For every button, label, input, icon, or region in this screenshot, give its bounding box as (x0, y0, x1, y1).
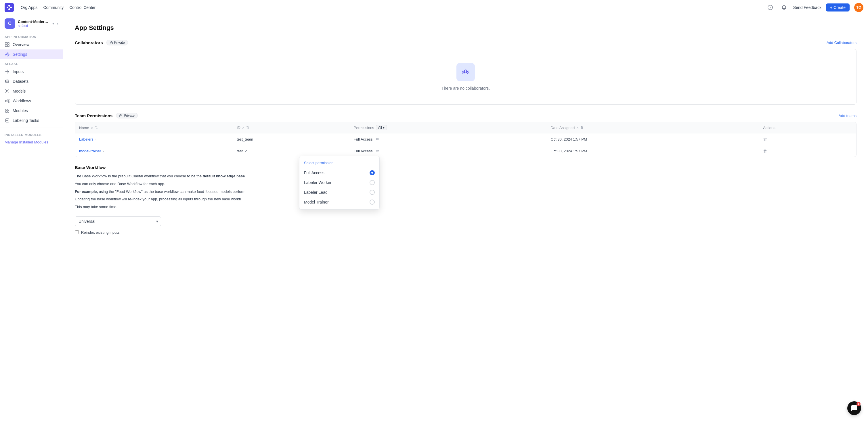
svg-point-13 (6, 90, 8, 92)
team-permissions-header: Team Permissions Private Add teams (75, 113, 857, 119)
date-filter-icon[interactable]: ⇅ (580, 126, 584, 130)
app-header[interactable]: C Content-Moderation sdfasd ▾ ‹ (0, 15, 63, 32)
radio-full-access (370, 170, 375, 175)
base-workflow-header: Base Workflow (75, 165, 857, 170)
sidebar-item-modules[interactable]: Modules (0, 106, 63, 116)
sidebar-item-labeling-tasks-label: Labeling Tasks (13, 118, 39, 123)
edit-permissions-1-icon[interactable]: ✏ (376, 136, 380, 141)
svg-text:?: ? (769, 6, 771, 9)
svg-point-17 (8, 92, 9, 93)
svg-point-12 (5, 80, 9, 81)
svg-rect-0 (5, 3, 14, 12)
svg-point-3 (10, 7, 12, 8)
svg-rect-9 (5, 45, 7, 46)
team-row-2-permissions: Full Access (354, 149, 373, 153)
nav-community[interactable]: Community (43, 5, 64, 10)
add-teams-link[interactable]: Add teams (839, 113, 857, 118)
settings-icon (5, 52, 10, 57)
id-filter-icon[interactable]: ⇅ (246, 126, 249, 130)
page-title: App Settings (75, 24, 857, 32)
logo-icon (5, 3, 14, 12)
help-icon[interactable]: ? (766, 3, 775, 12)
app-name: Content-Moderation (18, 20, 50, 24)
permissions-filter-badge[interactable]: All ▾ (376, 125, 387, 130)
svg-rect-22 (7, 109, 9, 110)
base-workflow-desc1: The Base Workflow is the prebuilt Clarif… (75, 173, 857, 180)
chat-bubble-badge: 1 (857, 402, 861, 406)
svg-rect-18 (5, 100, 6, 101)
name-search-icon[interactable]: ⌕ (91, 126, 93, 130)
collaborators-title: Collaborators (75, 40, 103, 45)
delete-team-1-icon[interactable]: 🗑 (763, 137, 767, 142)
svg-point-16 (5, 92, 6, 93)
svg-rect-7 (5, 42, 7, 44)
permission-option-model-trainer-label: Model Trainer (304, 200, 329, 204)
permission-option-full-access[interactable]: Full Access (300, 168, 379, 177)
avatar[interactable]: TO (854, 3, 863, 12)
svg-point-14 (5, 89, 6, 90)
sidebar-item-workflows[interactable]: Workflows (0, 96, 63, 106)
nav-org-apps[interactable]: Org Apps (21, 5, 37, 10)
team-row-2-name[interactable]: model-trainer (79, 149, 101, 153)
svg-rect-8 (7, 42, 9, 44)
overview-icon (5, 42, 10, 47)
sidebar: C Content-Moderation sdfasd ▾ ‹ App Info… (0, 15, 63, 422)
models-icon (5, 89, 10, 94)
svg-rect-24 (7, 111, 9, 112)
workflow-select[interactable]: Universal (75, 217, 161, 226)
svg-rect-21 (5, 109, 7, 110)
reindex-checkbox[interactable] (75, 230, 79, 234)
sidebar-item-overview-label: Overview (13, 42, 29, 47)
sidebar-item-models-label: Models (13, 89, 26, 93)
send-feedback-button[interactable]: Send Feedback (793, 5, 822, 10)
collaborators-private-badge: Private (106, 40, 128, 45)
sidebar-item-models[interactable]: Models (0, 86, 63, 96)
radio-model-trainer (370, 199, 375, 205)
add-collaborators-link[interactable]: Add Collaborators (827, 40, 857, 45)
col-id: ID ⌕ ⇅ (233, 122, 350, 133)
sidebar-item-modules-label: Modules (13, 108, 28, 113)
chevron-down-icon: ▾ (52, 22, 54, 26)
sidebar-collapse-button[interactable]: ‹ (57, 21, 58, 26)
name-filter-icon[interactable]: ⇅ (95, 126, 98, 130)
navbar-links: Org Apps Community Control Center (21, 5, 95, 10)
id-search-icon[interactable]: ⌕ (242, 126, 245, 130)
permission-option-labeler-lead[interactable]: Labeler Lead (300, 188, 379, 197)
nav-control-center[interactable]: Control Center (69, 5, 95, 10)
base-workflow-title: Base Workflow (75, 165, 105, 170)
svg-rect-10 (7, 45, 9, 46)
date-search-icon[interactable]: ⌕ (577, 126, 579, 130)
col-date-assigned: Date Assigned ⌕ ⇅ (547, 122, 759, 133)
permission-option-model-trainer[interactable]: Model Trainer (300, 197, 379, 207)
sidebar-item-labeling-tasks[interactable]: Labeling Tasks (0, 116, 63, 125)
section-label-ai-lake: AI Lake (0, 59, 63, 67)
sidebar-item-settings[interactable]: Settings (0, 50, 63, 59)
chat-bubble[interactable]: 1 (847, 401, 861, 415)
notifications-icon[interactable] (779, 3, 788, 12)
app-subname: sdfasd (18, 24, 50, 28)
svg-rect-31 (120, 115, 122, 117)
base-workflow-desc3: For example, using the "Food Workflow" a… (75, 189, 857, 195)
svg-point-11 (7, 54, 8, 55)
team-row-1-name[interactable]: Labelers (79, 137, 93, 141)
collaborators-empty-state: There are no collaborators. (75, 49, 857, 105)
navbar: Org Apps Community Control Center ? Send… (0, 0, 868, 15)
permission-option-labeler-worker[interactable]: Labeler Worker (300, 177, 379, 188)
edit-permissions-2-icon[interactable]: ✏ (376, 148, 380, 153)
base-workflow-desc4: Updating the base workflow will re-index… (75, 196, 857, 202)
create-button[interactable]: + Create (826, 3, 849, 11)
section-label-installed-modules: Installed Modules (0, 130, 63, 138)
base-workflow-desc2: You can only choose one Base Workflow fo… (75, 181, 857, 187)
workflows-icon (5, 98, 10, 103)
sidebar-item-settings-label: Settings (13, 52, 27, 57)
delete-team-2-icon[interactable]: 🗑 (763, 149, 767, 154)
sidebar-item-inputs[interactable]: Inputs (0, 67, 63, 76)
sidebar-item-overview[interactable]: Overview (0, 40, 63, 50)
table-header-row: Name ⌕ ⇅ ID ⌕ ⇅ (75, 122, 856, 133)
navbar-right: ? Send Feedback + Create TO (766, 3, 863, 12)
radio-labeler-lead (370, 190, 375, 195)
sidebar-item-manage-installed-modules[interactable]: Manage Installed Modules (0, 138, 63, 147)
col-actions: Actions (759, 122, 856, 133)
sidebar-item-datasets[interactable]: Datasets (0, 76, 63, 86)
permission-option-labeler-lead-label: Labeler Lead (304, 190, 328, 195)
